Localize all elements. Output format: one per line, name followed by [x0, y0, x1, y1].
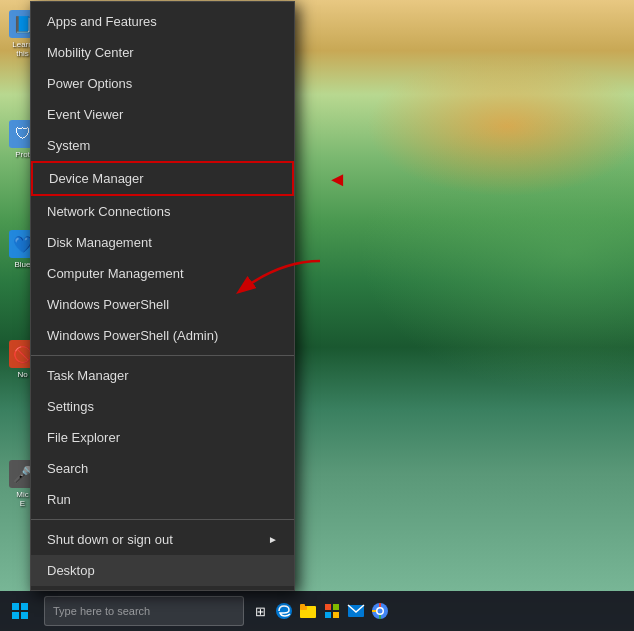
menu-item-mobility-center[interactable]: Mobility Center	[31, 37, 294, 68]
submenu-arrow-icon: ►	[268, 534, 278, 545]
menu-divider-1	[31, 355, 294, 356]
windows-logo-icon	[12, 603, 28, 619]
menu-item-disk-management[interactable]: Disk Management	[31, 227, 294, 258]
menu-item-system[interactable]: System	[31, 130, 294, 161]
start-button[interactable]	[0, 591, 40, 631]
taskbar-icon-edge[interactable]	[272, 599, 296, 623]
menu-divider-2	[31, 519, 294, 520]
menu-item-event-viewer[interactable]: Event Viewer	[31, 99, 294, 130]
svg-rect-8	[333, 612, 339, 618]
menu-item-file-explorer[interactable]: File Explorer	[31, 422, 294, 453]
task-view-button[interactable]: ⊞	[248, 599, 272, 623]
svg-rect-4	[300, 604, 305, 607]
menu-item-device-manager[interactable]: Device Manager ◄	[31, 161, 294, 196]
taskbar-icon-store[interactable]	[320, 599, 344, 623]
desktop: 📘 Learnthis 🛡 Prot 💙 Blue 🚫 No 🎤 MicE Ap…	[0, 0, 634, 631]
menu-item-power-options[interactable]: Power Options	[31, 68, 294, 99]
svg-rect-7	[325, 612, 331, 618]
taskbar: Type here to search ⊞	[0, 591, 634, 631]
search-placeholder-text: Type here to search	[53, 605, 150, 617]
menu-item-network-connections[interactable]: Network Connections	[31, 196, 294, 227]
menu-item-apps-features[interactable]: Apps and Features	[31, 6, 294, 37]
taskbar-icon-chrome[interactable]	[368, 599, 392, 623]
menu-item-windows-powershell-admin[interactable]: Windows PowerShell (Admin)	[31, 320, 294, 351]
taskbar-search-bar[interactable]: Type here to search	[44, 596, 244, 626]
svg-point-12	[378, 609, 383, 614]
menu-item-task-manager[interactable]: Task Manager	[31, 360, 294, 391]
context-menu: Apps and Features Mobility Center Power …	[30, 1, 295, 591]
taskbar-icon-explorer[interactable]	[296, 599, 320, 623]
menu-item-computer-management[interactable]: Computer Management	[31, 258, 294, 289]
menu-item-shut-down[interactable]: Shut down or sign out ►	[31, 524, 294, 555]
svg-rect-6	[333, 604, 339, 610]
menu-item-windows-powershell[interactable]: Windows PowerShell	[31, 289, 294, 320]
menu-item-search[interactable]: Search	[31, 453, 294, 484]
menu-item-run[interactable]: Run	[31, 484, 294, 515]
taskbar-icon-mail[interactable]	[344, 599, 368, 623]
svg-rect-5	[325, 604, 331, 610]
menu-item-desktop[interactable]: Desktop	[31, 555, 294, 586]
menu-item-settings[interactable]: Settings	[31, 391, 294, 422]
